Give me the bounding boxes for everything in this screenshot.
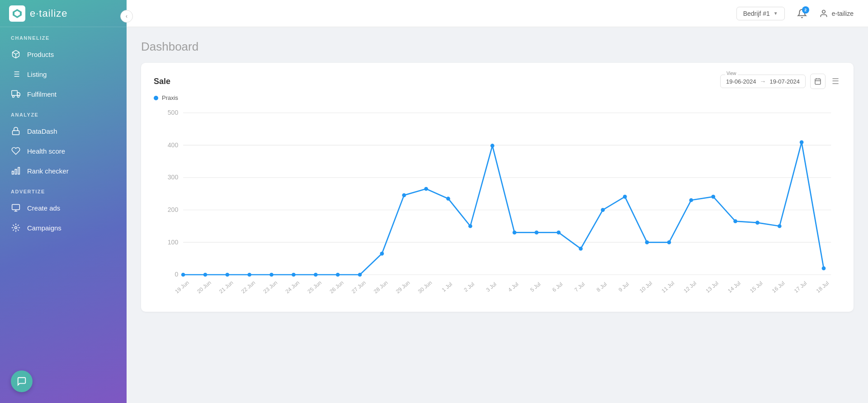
svg-point-46: [380, 252, 384, 256]
svg-rect-15: [12, 171, 14, 174]
svg-text:13 Jul: 13 Jul: [704, 280, 719, 294]
date-to: 19-07-2024: [770, 78, 800, 85]
svg-point-53: [535, 230, 539, 234]
svg-point-43: [314, 273, 318, 277]
svg-text:1 Jul: 1 Jul: [441, 281, 453, 293]
sidebar-item-fulfilment[interactable]: Fulfilment: [0, 84, 127, 104]
svg-text:4 Jul: 4 Jul: [507, 281, 519, 293]
svg-text:26 Jun: 26 Jun: [328, 279, 344, 295]
chevron-down-icon: ▼: [774, 11, 778, 16]
date-from: 19-06-2024: [726, 78, 756, 85]
logo-icon: [9, 5, 25, 22]
sidebar-item-rank-checker[interactable]: Rank checker: [0, 161, 127, 181]
sidebar-item-label-listing: Listing: [27, 70, 47, 78]
chart-controls: View 19-06-2024 → 19-07-2024 ☰: [720, 74, 841, 89]
section-label-advertize: ADVERTIZE: [0, 181, 127, 198]
svg-point-54: [557, 230, 561, 234]
svg-text:10 Jul: 10 Jul: [638, 280, 653, 294]
svg-point-56: [601, 208, 605, 212]
date-range-picker[interactable]: View 19-06-2024 → 19-07-2024: [720, 75, 806, 88]
sidebar-item-products[interactable]: Products: [0, 44, 127, 64]
truck-icon: [11, 89, 21, 99]
svg-text:5 Jul: 5 Jul: [529, 281, 542, 293]
svg-text:18 Jul: 18 Jul: [815, 280, 830, 294]
chat-bubble-button[interactable]: [11, 370, 33, 392]
sidebar-item-label-datadash: DataDash: [27, 127, 57, 135]
svg-text:30 Jun: 30 Jun: [417, 279, 433, 295]
svg-point-57: [623, 195, 627, 199]
svg-point-60: [689, 198, 693, 202]
notification-badge: 2: [802, 6, 809, 14]
company-selector[interactable]: Bedrijf #1 ▼: [736, 7, 785, 20]
chart-card: Sale View 19-06-2024 → 19-07-2024: [141, 63, 854, 312]
svg-point-20: [822, 10, 825, 13]
chart-svg: 500 400 300 200 100 0: [154, 103, 841, 299]
page-title: Dashboard: [141, 40, 854, 54]
sidebar: e·tailize ‹ CHANNELIZE Products Listing: [0, 0, 127, 403]
svg-rect-14: [15, 169, 16, 174]
legend-label: Praxis: [162, 94, 178, 101]
svg-text:28 Jun: 28 Jun: [373, 279, 389, 295]
section-label-channelize: CHANNELIZE: [0, 27, 127, 44]
svg-text:14 Jul: 14 Jul: [726, 280, 741, 294]
svg-point-47: [402, 193, 406, 197]
svg-text:0: 0: [175, 271, 178, 278]
chart-legend: Praxis: [154, 94, 841, 101]
sidebar-item-label-rank-checker: Rank checker: [27, 167, 69, 175]
svg-point-44: [336, 273, 340, 277]
sidebar-item-create-ads[interactable]: Create ads: [0, 198, 127, 218]
sidebar-collapse-button[interactable]: ‹: [120, 10, 133, 23]
svg-text:7 Jul: 7 Jul: [573, 281, 586, 293]
sidebar-item-listing[interactable]: Listing: [0, 64, 127, 84]
sidebar-item-label-campaigns: Campaigns: [27, 224, 61, 232]
svg-text:15 Jul: 15 Jul: [749, 280, 764, 294]
notification-button[interactable]: 2: [794, 5, 810, 22]
sidebar-item-label-products: Products: [27, 51, 54, 58]
chart-menu-button[interactable]: ☰: [830, 75, 841, 88]
ads-icon: [11, 203, 21, 213]
svg-point-59: [667, 240, 671, 244]
sidebar-item-label-fulfilment: Fulfilment: [27, 90, 57, 98]
svg-text:100: 100: [168, 239, 179, 246]
calendar-button[interactable]: [810, 74, 826, 89]
svg-rect-21: [815, 79, 821, 84]
campaigns-icon: [11, 223, 21, 233]
svg-point-66: [822, 267, 826, 271]
svg-text:200: 200: [168, 206, 179, 213]
svg-point-50: [468, 224, 472, 228]
svg-rect-12: [13, 131, 19, 135]
svg-text:300: 300: [168, 173, 179, 181]
sidebar-item-label-create-ads: Create ads: [27, 204, 60, 212]
svg-text:2 Jul: 2 Jul: [463, 281, 476, 293]
sidebar-item-datadash[interactable]: DataDash: [0, 121, 127, 141]
svg-text:6 Jul: 6 Jul: [551, 281, 564, 293]
sidebar-item-campaigns[interactable]: Campaigns: [0, 218, 127, 238]
svg-point-49: [446, 197, 450, 201]
sidebar-logo: e·tailize: [0, 0, 127, 27]
svg-point-41: [269, 273, 274, 277]
svg-point-38: [203, 273, 208, 277]
svg-text:29 Jun: 29 Jun: [395, 279, 411, 295]
legend-dot: [154, 96, 158, 100]
svg-text:27 Jun: 27 Jun: [350, 279, 367, 295]
svg-point-52: [513, 230, 517, 234]
svg-text:21 Jun: 21 Jun: [218, 279, 234, 295]
svg-point-58: [645, 240, 649, 244]
svg-text:19 Jun: 19 Jun: [174, 279, 190, 295]
svg-text:12 Jul: 12 Jul: [683, 280, 698, 294]
svg-text:16 Jul: 16 Jul: [771, 280, 786, 294]
svg-point-37: [181, 273, 185, 277]
date-arrow-icon: →: [760, 78, 766, 85]
svg-text:23 Jun: 23 Jun: [262, 279, 278, 295]
svg-text:500: 500: [168, 109, 179, 116]
lock-icon: [11, 126, 21, 136]
heart-icon: [11, 146, 21, 156]
svg-point-45: [358, 273, 362, 277]
svg-text:22 Jun: 22 Jun: [240, 279, 256, 295]
user-menu[interactable]: e-tailize: [819, 9, 854, 18]
svg-point-10: [13, 95, 14, 97]
sales-chart: 500 400 300 200 100 0: [154, 103, 841, 301]
svg-rect-13: [18, 168, 19, 174]
list-icon: [11, 69, 21, 79]
sidebar-item-health-score[interactable]: Health score: [0, 141, 127, 161]
